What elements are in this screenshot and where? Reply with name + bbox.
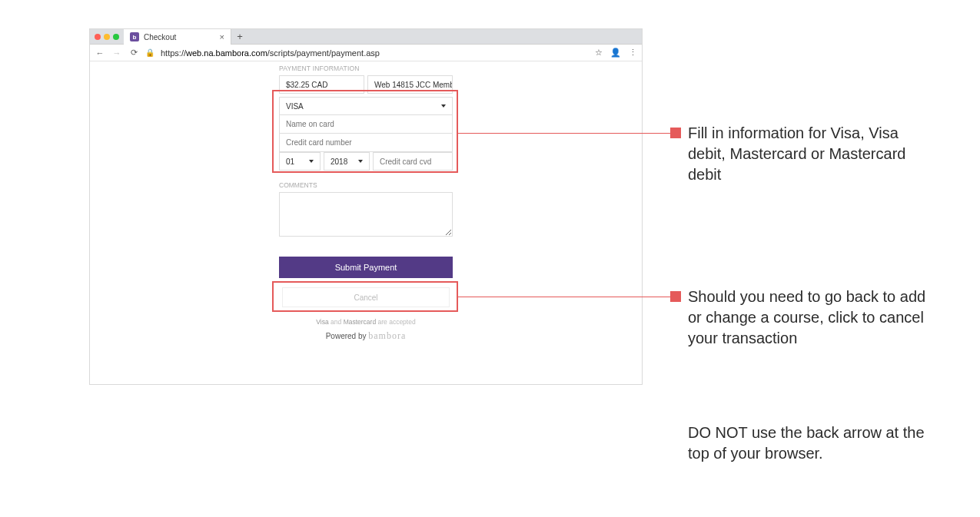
annotation-bullet [670, 128, 681, 138]
chevron-down-icon [309, 160, 314, 163]
annotation-text: DO NOT use the back arrow at the top of … [688, 423, 934, 464]
annotation-text: Fill in information for Visa, Visa debit… [688, 123, 926, 185]
card-type-value: VISA [286, 102, 304, 111]
toolbar: ← → ⟳ 🔒 https://web.na.bambora.com/scrip… [90, 45, 642, 61]
card-number-field[interactable] [279, 134, 453, 152]
address-bar[interactable]: https://web.na.bambora.com/scripts/payme… [161, 48, 589, 58]
cancel-button[interactable]: Cancel [282, 287, 450, 307]
reference-display: Web 14815 JCC Member- [367, 75, 453, 94]
section-heading: PAYMENT INFORMATION [279, 65, 453, 72]
exp-year-value: 2018 [331, 157, 347, 166]
accepted-cards-text: Visa and Mastercard are accepted [279, 318, 453, 326]
powered-by-text: Powered by bambora [279, 330, 453, 342]
new-tab-button[interactable]: + [231, 29, 248, 44]
annotation-bullet [670, 291, 681, 302]
cvd-input[interactable] [380, 157, 446, 166]
maximize-window-icon[interactable] [113, 34, 119, 40]
exp-year-select[interactable]: 2018 [324, 152, 370, 171]
annotation-text: Should you need to go back to add or cha… [688, 287, 934, 349]
back-icon[interactable]: ← [95, 48, 105, 58]
cvd-field[interactable] [373, 152, 453, 171]
card-number-input[interactable] [286, 138, 446, 147]
page-content: PAYMENT INFORMATION $32.25 CAD Web 14815… [90, 61, 642, 384]
favicon-icon: b [130, 32, 139, 41]
submit-payment-button[interactable]: Submit Payment [279, 257, 453, 278]
comments-textarea[interactable] [279, 192, 453, 237]
chevron-down-icon [358, 160, 363, 163]
account-icon[interactable]: 👤 [610, 48, 621, 58]
tab-title: Checkout [144, 33, 176, 41]
comments-heading: COMMENTS [279, 181, 453, 189]
bookmark-icon[interactable]: ☆ [595, 48, 603, 58]
tab-bar: b Checkout × + [90, 29, 642, 45]
forward-icon[interactable]: → [111, 48, 122, 58]
card-type-select[interactable]: VISA [279, 97, 453, 115]
amount-display: $32.25 CAD [279, 75, 364, 94]
leader-line [458, 297, 670, 297]
name-on-card-field[interactable] [279, 115, 453, 134]
window-controls [90, 29, 124, 44]
minimize-window-icon[interactable] [104, 34, 110, 40]
chevron-down-icon [441, 104, 446, 108]
leader-line [458, 133, 670, 134]
exp-month-select[interactable]: 01 [279, 152, 321, 171]
close-window-icon[interactable] [95, 34, 101, 40]
close-tab-icon[interactable]: × [220, 32, 224, 41]
exp-month-value: 01 [286, 157, 294, 166]
lock-icon: 🔒 [145, 48, 154, 57]
browser-tab[interactable]: b Checkout × [124, 29, 231, 45]
reload-icon[interactable]: ⟳ [128, 48, 139, 58]
name-on-card-input[interactable] [286, 120, 446, 128]
menu-icon[interactable]: ⋮ [629, 48, 637, 58]
browser-window: b Checkout × + ← → ⟳ 🔒 https://web.na.ba… [89, 28, 643, 385]
